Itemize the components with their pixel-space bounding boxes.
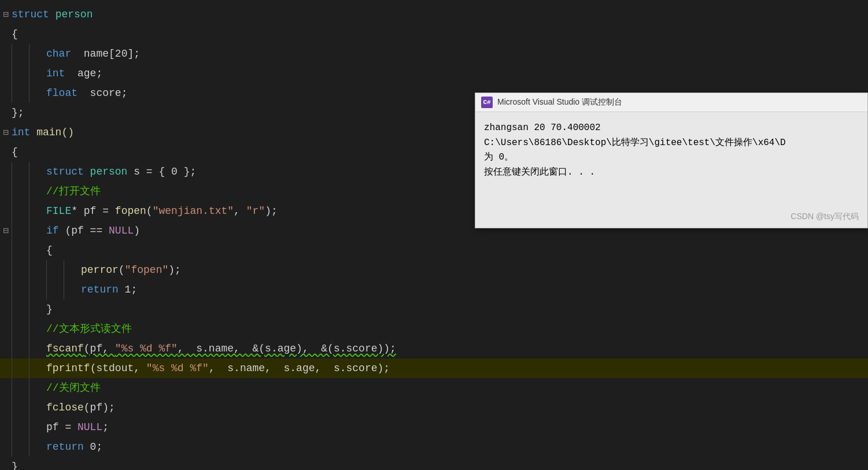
code-token: fprintf bbox=[46, 362, 90, 374]
indent-guides bbox=[12, 339, 46, 358]
code-token: //打开文件 bbox=[46, 186, 101, 197]
code-token: FILE bbox=[46, 205, 71, 217]
code-text: float score; bbox=[46, 83, 127, 103]
code-token: person bbox=[56, 9, 93, 20]
indent-guide-line bbox=[46, 260, 47, 280]
fold-minus-icon[interactable]: ⊟ bbox=[3, 225, 9, 236]
code-token: ); bbox=[168, 264, 181, 276]
code-token: char bbox=[46, 48, 71, 60]
indent-guide-line bbox=[29, 437, 29, 457]
indent-guide-line bbox=[29, 319, 29, 339]
fold-gutter[interactable]: ⊟ bbox=[0, 9, 12, 20]
indent-guide-line bbox=[12, 378, 12, 398]
indent-guide-line bbox=[12, 221, 12, 240]
code-line: } bbox=[0, 299, 868, 319]
code-token: struct bbox=[12, 9, 56, 20]
indent-guide-line bbox=[12, 182, 12, 201]
code-token: "%s %d %f" bbox=[146, 362, 209, 374]
code-token: perror bbox=[81, 264, 119, 276]
code-token: return bbox=[81, 284, 119, 295]
indent-guide-line bbox=[12, 162, 12, 182]
code-token: name[20]; bbox=[71, 48, 140, 60]
code-text: struct person bbox=[12, 5, 93, 24]
code-token: } bbox=[46, 304, 53, 315]
console-window: C# Microsoft Visual Studio 调试控制台 zhangsa… bbox=[475, 92, 868, 228]
code-text: fscanf(pf, "%s %d %f", s.name, &(s.age),… bbox=[46, 339, 396, 358]
fold-minus-icon[interactable]: ⊟ bbox=[3, 9, 9, 20]
vs-icon: C# bbox=[481, 97, 493, 108]
indent-guide-line bbox=[12, 398, 12, 417]
code-token: (pf, bbox=[84, 343, 115, 354]
code-line: ⊟struct person bbox=[0, 5, 868, 24]
code-line: return 0; bbox=[0, 437, 868, 457]
code-text: return 0; bbox=[46, 437, 102, 457]
indent-guide-line bbox=[29, 378, 29, 398]
console-titlebar: C# Microsoft Visual Studio 调试控制台 bbox=[475, 93, 867, 112]
code-text: struct person s = { 0 }; bbox=[46, 162, 196, 182]
indent-guide-line bbox=[29, 339, 29, 358]
indent-guide-line bbox=[29, 358, 29, 378]
code-text: FILE* pf = fopen("wenjian.txt", "r"); bbox=[46, 201, 278, 221]
code-text: }; bbox=[12, 103, 24, 123]
code-text: if (pf == NULL) bbox=[46, 221, 140, 240]
indent-guide-line bbox=[12, 240, 12, 260]
code-token: { bbox=[46, 245, 53, 256]
code-token: "%s %d %f" bbox=[115, 343, 178, 354]
indent-guide-line bbox=[29, 240, 29, 260]
code-token: * pf = bbox=[71, 205, 115, 217]
code-token: fscanf bbox=[46, 343, 84, 354]
indent-guides bbox=[12, 260, 81, 280]
indent-guides bbox=[12, 319, 46, 339]
indent-guide-line bbox=[29, 182, 29, 201]
indent-guide-line bbox=[29, 44, 29, 64]
indent-guide-line bbox=[29, 398, 29, 417]
code-token: ) bbox=[134, 225, 140, 236]
indent-guide-line bbox=[29, 201, 29, 221]
code-token: fopen bbox=[115, 205, 146, 217]
indent-guide-line bbox=[12, 280, 12, 299]
code-token: ( bbox=[146, 205, 153, 217]
indent-guide-line bbox=[64, 260, 64, 280]
code-token: int bbox=[46, 68, 65, 79]
code-token: (pf == bbox=[59, 225, 109, 236]
indent-guide-line bbox=[12, 319, 12, 339]
indent-guides bbox=[12, 299, 46, 319]
console-output-line: 为 0。 bbox=[484, 150, 859, 165]
indent-guide-line bbox=[29, 280, 29, 299]
indent-guide-line bbox=[12, 44, 12, 64]
code-text: { bbox=[12, 142, 18, 162]
code-line: int age; bbox=[0, 64, 868, 83]
code-token: ; bbox=[102, 421, 109, 433]
code-editor: ⊟struct person{char name[20];int age;flo… bbox=[0, 0, 868, 470]
code-token: fclose bbox=[46, 402, 84, 413]
code-token: "fopen" bbox=[125, 264, 169, 276]
console-title: Microsoft Visual Studio 调试控制台 bbox=[497, 97, 622, 108]
code-token: 0; bbox=[84, 441, 102, 453]
indent-guide-line bbox=[64, 280, 64, 299]
code-line: fscanf(pf, "%s %d %f", s.name, &(s.age),… bbox=[0, 339, 868, 358]
indent-guide-line bbox=[29, 83, 29, 103]
code-text: perror("fopen"); bbox=[81, 260, 181, 280]
indent-guide-line bbox=[29, 260, 29, 280]
indent-guides bbox=[12, 64, 46, 83]
code-line: { bbox=[0, 240, 868, 260]
code-line: perror("fopen"); bbox=[0, 260, 868, 280]
code-token: struct bbox=[46, 166, 84, 177]
fold-gutter[interactable]: ⊟ bbox=[0, 127, 12, 138]
code-token: ); bbox=[265, 205, 278, 217]
code-text: int age; bbox=[46, 64, 102, 83]
code-token: (pf); bbox=[84, 402, 115, 413]
code-line: char name[20]; bbox=[0, 44, 868, 64]
indent-guide-line bbox=[12, 260, 12, 280]
indent-guide-line bbox=[12, 339, 12, 358]
code-text: fclose(pf); bbox=[46, 398, 115, 417]
code-line: fprintf(stdout, "%s %d %f", s.name, s.ag… bbox=[0, 358, 868, 378]
console-body: zhangsan 20 70.400002C:\Users\86186\Desk… bbox=[475, 112, 867, 228]
fold-gutter[interactable]: ⊟ bbox=[0, 225, 12, 236]
code-token: main() bbox=[30, 127, 74, 138]
code-token: { bbox=[12, 28, 18, 40]
fold-minus-icon[interactable]: ⊟ bbox=[3, 127, 9, 138]
code-text: { bbox=[46, 240, 53, 260]
code-token: age; bbox=[65, 68, 102, 79]
console-output-line: zhangsan 20 70.400002 bbox=[484, 121, 859, 136]
